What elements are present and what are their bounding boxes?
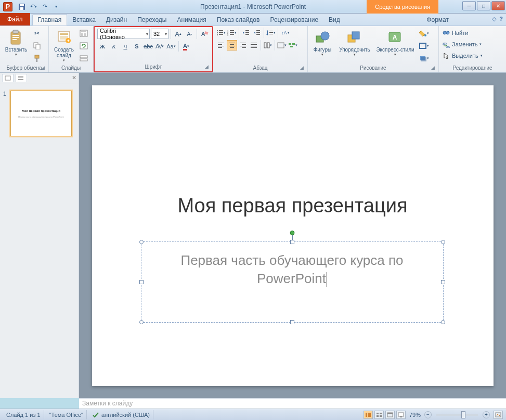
minimize-button[interactable]: ─ [462, 1, 476, 10]
format-painter-button[interactable] [31, 53, 43, 64]
select-button[interactable]: Выделить▾ [442, 50, 484, 61]
new-slide-button[interactable]: ✦ Создать слайд ▾ [51, 28, 76, 64]
slide-layout-button[interactable] [78, 28, 89, 39]
zoom-slider[interactable] [436, 414, 478, 416]
text-direction-button[interactable]: ↕A▾ [280, 28, 290, 38]
resize-handle-e[interactable] [441, 280, 445, 284]
smartart-convert-button[interactable]: ▾ [288, 40, 298, 50]
language-status[interactable]: английский (США) [89, 410, 153, 419]
shape-fill-button[interactable]: ▾ [418, 28, 430, 39]
slide-title-text[interactable]: Моя первая презентация [123, 195, 462, 217]
normal-view-button[interactable] [364, 411, 373, 419]
resize-handle-nw[interactable] [139, 240, 144, 244]
replace-button[interactable]: abac Заменить▾ [442, 39, 483, 49]
panel-close-button[interactable]: ✕ [72, 74, 76, 81]
bullets-button[interactable]: ▾ [216, 28, 226, 38]
undo-button[interactable]: ↶▾ [28, 2, 38, 12]
paste-button[interactable]: Вставить ▾ [3, 28, 30, 58]
char-spacing-button[interactable]: AV▾ [154, 41, 165, 52]
group-paragraph: ▾ 123▾ ▾ ↕A▾ ▾ ▾ ▾ Абза [213, 26, 308, 72]
tab-design[interactable]: Дизайн [101, 14, 132, 26]
tab-home[interactable]: Главная [32, 14, 68, 26]
font-launcher[interactable]: ◢ [205, 64, 211, 70]
copy-button[interactable] [31, 40, 43, 52]
outline-tab[interactable] [16, 74, 27, 82]
minimize-ribbon-icon[interactable]: ◇ [492, 16, 496, 22]
fit-to-window-button[interactable] [494, 411, 503, 419]
change-case-button[interactable]: Aa▾ [166, 41, 176, 52]
justify-button[interactable] [249, 40, 259, 50]
arrange-button[interactable]: Упорядочить▾ [336, 28, 373, 58]
save-button[interactable] [17, 2, 27, 12]
zoom-out-button[interactable]: − [424, 411, 432, 418]
shrink-font-button[interactable]: A▾ [185, 29, 195, 39]
slide-editor[interactable]: Моя первая презентация Первая часть обуч… [79, 73, 506, 398]
notes-pane[interactable]: Заметки к слайду [79, 398, 506, 410]
subtitle-placeholder[interactable]: Первая часть обучающего курса по PowerPo… [141, 241, 444, 323]
slides-tab[interactable] [2, 74, 14, 82]
font-color-button[interactable]: A▾ [181, 41, 191, 52]
section-button[interactable] [78, 53, 89, 64]
align-text-button[interactable]: ▾ [277, 40, 287, 50]
tab-insert[interactable]: Вставка [67, 14, 101, 26]
qat-customize[interactable]: ▾ [51, 2, 61, 12]
shape-outline-button[interactable]: ▾ [418, 40, 430, 52]
paragraph-launcher[interactable]: ◢ [300, 65, 306, 71]
grow-font-button[interactable]: A▴ [173, 29, 184, 39]
tab-review[interactable]: Рецензирование [265, 14, 323, 26]
slide-sorter-button[interactable] [374, 411, 384, 419]
cut-button[interactable]: ✂ [31, 28, 43, 39]
close-button[interactable]: ✕ [491, 1, 505, 10]
redo-button[interactable]: ↷ [40, 2, 50, 12]
find-button[interactable]: Найти [442, 28, 469, 38]
resize-handle-se[interactable] [441, 320, 445, 324]
reading-view-button[interactable] [385, 411, 395, 419]
tab-format[interactable]: Формат [421, 14, 454, 26]
slideshow-view-button[interactable] [396, 411, 406, 419]
align-left-button[interactable] [216, 40, 226, 50]
font-size-combo[interactable]: 32 [151, 29, 168, 39]
underline-button[interactable]: Ч [120, 41, 131, 52]
slide-thumbnail[interactable]: Моя первая презентация Первая часть обуч… [10, 91, 72, 136]
font-name-combo[interactable]: Calibri (Основно [97, 29, 150, 39]
rotation-handle[interactable] [290, 231, 294, 235]
strikethrough-button[interactable]: abc [143, 41, 153, 52]
subtitle-text[interactable]: Первая часть обучающего курса по PowerPo… [141, 242, 443, 297]
columns-button[interactable]: ▾ [263, 40, 273, 50]
resize-handle-sw[interactable] [139, 320, 144, 324]
increase-indent-button[interactable] [252, 28, 262, 38]
svg-rect-64 [251, 47, 257, 48]
tab-animations[interactable]: Анимация [172, 14, 211, 26]
zoom-level[interactable]: 79% [409, 412, 421, 418]
resize-handle-ne[interactable] [441, 240, 445, 244]
tab-slideshow[interactable]: Показ слайдов [212, 14, 265, 26]
help-icon[interactable]: ? [499, 16, 503, 22]
slide-canvas[interactable]: Моя первая презентация Первая часть обуч… [92, 85, 494, 386]
zoom-in-button[interactable]: + [483, 411, 490, 418]
italic-button[interactable]: К [109, 41, 119, 52]
clear-formatting-button[interactable]: A [199, 29, 210, 39]
align-right-button[interactable] [238, 40, 248, 50]
file-tab[interactable]: Файл [0, 13, 30, 26]
numbering-button[interactable]: 123▾ [227, 28, 237, 38]
tab-transitions[interactable]: Переходы [132, 14, 172, 26]
shadow-button[interactable]: S [132, 41, 142, 52]
bold-button[interactable]: Ж [97, 41, 108, 52]
reset-slide-button[interactable] [78, 40, 89, 52]
decrease-indent-button[interactable] [241, 28, 251, 38]
maximize-button[interactable]: □ [477, 1, 490, 10]
shape-effects-button[interactable]: ▾ [418, 53, 430, 64]
line-spacing-button[interactable]: ▾ [266, 28, 276, 38]
svg-text:A: A [393, 34, 397, 41]
resize-handle-w[interactable] [139, 280, 144, 284]
tab-view[interactable]: Вид [323, 14, 345, 26]
resize-handle-n[interactable] [290, 240, 294, 244]
align-center-button[interactable] [227, 40, 237, 50]
drawing-launcher[interactable]: ◢ [431, 65, 437, 71]
svg-rect-70 [292, 43, 295, 45]
clipboard-launcher[interactable]: ◢ [41, 65, 47, 71]
quick-styles-button[interactable]: A Экспресс-стили▾ [375, 28, 416, 58]
resize-handle-s[interactable] [290, 320, 294, 324]
shapes-button[interactable]: Фигуры▾ [310, 28, 334, 58]
zoom-slider-thumb[interactable] [461, 411, 465, 418]
